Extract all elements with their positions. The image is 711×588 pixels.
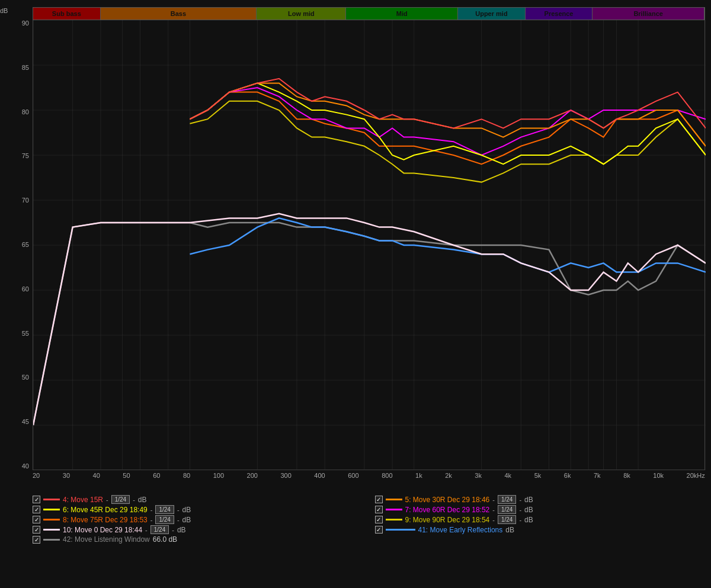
db-unit-9: dB [524, 516, 533, 524]
y-label: 90 [22, 20, 31, 27]
x-label: 40 [93, 472, 100, 479]
smooth-dash-left: - [492, 516, 495, 523]
smooth-dash-left: - [145, 526, 148, 534]
x-label: 400 [314, 472, 325, 479]
smooth-dash-right: - [133, 496, 135, 503]
legend-checkbox-8[interactable] [33, 516, 40, 523]
smooth-box-5[interactable]: 1/24 [498, 495, 516, 504]
legend-color-4 [43, 499, 60, 500]
x-label: 6k [564, 472, 571, 479]
smooth-dash-right: - [519, 496, 521, 503]
legend-label-41: 41: Move Early Reflections [418, 526, 503, 534]
freq-band-presence: Presence [526, 8, 593, 20]
x-label: 20 [33, 472, 40, 479]
legend-color-7 [386, 509, 402, 510]
y-label: 45 [22, 419, 31, 425]
x-label: 10k [653, 472, 664, 479]
freq-band-bass: Bass [101, 8, 257, 20]
x-label: 200 [247, 472, 258, 479]
x-label: 600 [348, 472, 358, 479]
freq-band-brilliance: Brilliance [592, 8, 704, 20]
freq-band-sub-bass: Sub bass [33, 8, 101, 20]
legend-color-6 [43, 509, 60, 510]
legend-label-7: 7: Move 60R Dec 29 18:52 [405, 506, 490, 514]
legend-checkbox-42[interactable] [33, 536, 40, 544]
y-label: 75 [22, 153, 31, 159]
legend-item-4: 4: Move 15R -1/24-dB [33, 495, 363, 504]
smooth-dash-right: - [177, 516, 180, 523]
y-axis: 9085807570656055504540 [5, 20, 31, 470]
legend-color-5 [386, 499, 402, 500]
smooth-dash-right: - [172, 526, 174, 534]
smooth-dash-right: - [177, 506, 180, 513]
legend-checkbox-5[interactable] [375, 496, 383, 503]
legend-item-5: 5: Move 30R Dec 29 18:46 -1/24-dB [375, 495, 706, 504]
legend-area: 4: Move 15R -1/24-dB5: Move 30R Dec 29 1… [0, 493, 711, 546]
legend-checkbox-7[interactable] [375, 506, 383, 513]
legend-item-8: 8: Move 75R Dec 29 18:53 -1/24-dB [33, 515, 363, 524]
legend-color-42 [43, 539, 60, 541]
y-label: 55 [22, 330, 31, 337]
x-label: 80 [183, 472, 190, 479]
freq-band-upper-mid: Upper mid [458, 8, 526, 20]
legend-checkbox-10[interactable] [33, 526, 40, 534]
legend-checkbox-9[interactable] [375, 516, 383, 523]
smooth-dash-left: - [492, 506, 495, 513]
smooth-dash-left: - [150, 506, 153, 513]
graph-wrapper: 9085807570656055504540 [33, 20, 705, 470]
x-label: 3k [475, 472, 482, 479]
legend-checkbox-41[interactable] [375, 526, 383, 534]
smooth-box-8[interactable]: 1/24 [155, 515, 174, 524]
x-label: 8k [623, 472, 630, 479]
legend-label-5: 5: Move 30R Dec 29 18:46 [405, 496, 490, 504]
legend-label-8: 8: Move 75R Dec 29 18:53 [63, 516, 148, 524]
x-label: 7k [594, 472, 601, 479]
db-unit-5: dB [524, 496, 533, 504]
legend-color-10 [43, 529, 60, 531]
smooth-dash-left: - [106, 496, 108, 503]
chart-container: dB Sub bassBassLow midMidUpper midPresen… [0, 0, 711, 588]
x-label: 1k [415, 472, 422, 479]
db-unit-8: dB [182, 516, 191, 524]
legend-item-10: 10: Move 0 Dec 29 18:44 -1/24-dB [33, 525, 363, 534]
y-label: 85 [22, 65, 31, 71]
x-label: 30 [63, 472, 70, 479]
legend-color-8 [43, 519, 60, 520]
y-label: 60 [22, 286, 31, 293]
db-unit-41: dB [505, 526, 514, 534]
x-label: 5k [534, 472, 542, 479]
smooth-box-6[interactable]: 1/24 [155, 505, 174, 514]
x-label: 20kHz [687, 472, 705, 479]
smooth-dash-left: - [492, 496, 495, 503]
x-label: 300 [280, 472, 291, 479]
db-unit-6: dB [182, 506, 191, 514]
legend-label-42: 42: Move Listening Window [63, 535, 150, 544]
legend-item-42: 42: Move Listening Window66.0 dB [33, 535, 363, 544]
legend-label-10: 10: Move 0 Dec 29 18:44 [63, 526, 142, 534]
smooth-dash-right: - [519, 516, 521, 523]
y-label: 80 [22, 109, 31, 115]
db-value-42: 66.0 dB [153, 535, 177, 544]
legend-checkbox-4[interactable] [33, 496, 40, 503]
legend-checkbox-6[interactable] [33, 506, 40, 513]
smooth-box-9[interactable]: 1/24 [498, 515, 516, 524]
x-label: 800 [382, 472, 392, 479]
legend-label-6: 6: Move 45R Dec 29 18:49 [63, 506, 148, 514]
x-label: 4k [505, 472, 512, 479]
smooth-box-7[interactable]: 1/24 [498, 505, 516, 514]
x-axis: 2030405060801002003004006008001k2k3k4k5k… [33, 470, 705, 481]
smooth-box-4[interactable]: 1/24 [111, 495, 130, 504]
smooth-dash-left: - [150, 516, 153, 523]
freq-bands: Sub bassBassLow midMidUpper midPresenceB… [33, 7, 705, 20]
chart-title [0, 0, 711, 7]
x-label: 100 [213, 472, 224, 479]
smooth-box-10[interactable]: 1/24 [150, 525, 169, 534]
db-unit-10: dB [177, 526, 186, 534]
legend-color-9 [386, 519, 402, 520]
db-axis-label: dB [0, 7, 8, 14]
y-label: 40 [22, 463, 31, 470]
y-label: 65 [22, 242, 31, 248]
x-label: 2k [445, 472, 452, 479]
legend-label-9: 9: Move 90R Dec 29 18:54 [405, 516, 490, 524]
db-unit-7: dB [524, 506, 533, 514]
